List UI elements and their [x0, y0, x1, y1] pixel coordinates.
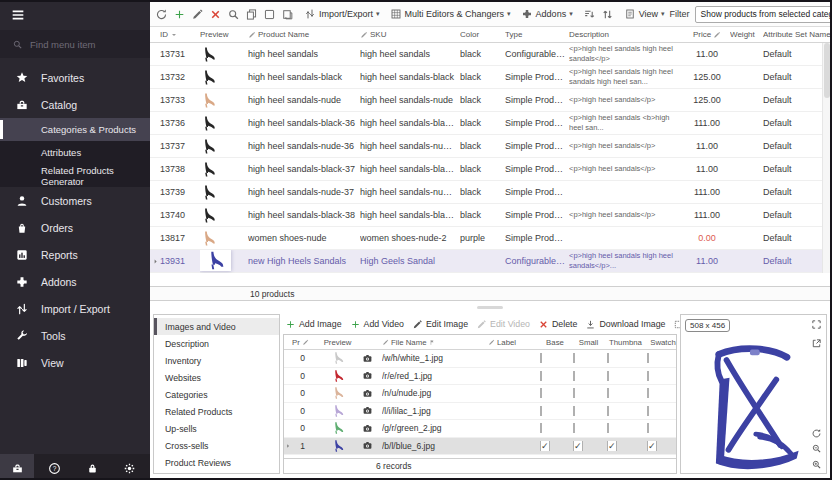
menu-view[interactable]: View▾: [624, 8, 665, 20]
image-row[interactable]: 0/r/e/red_1.jpg: [284, 368, 676, 386]
table-row[interactable]: 13739high heel sandals-nude-37high heel …: [150, 181, 830, 204]
column-header-thumb[interactable]: Thumbna: [607, 338, 647, 347]
sidebar-item-reports[interactable]: Reports: [0, 241, 150, 268]
image-row[interactable]: 1/b/l/blue_6.jpg✓✓✓✓: [284, 438, 676, 456]
table-row[interactable]: 13738high heel sandals-black-37high heel…: [150, 158, 830, 181]
menu-addons[interactable]: Addons▾: [521, 8, 573, 20]
filter-dropdown[interactable]: Show products from selected categories▾: [695, 6, 832, 23]
table-row[interactable]: 13733high heel sandals-nudehigh heel san…: [150, 89, 830, 112]
lock-button[interactable]: [75, 454, 109, 480]
checkbox-thumbnail[interactable]: [607, 353, 647, 363]
checkbox-base[interactable]: [540, 423, 573, 433]
edit-image-button[interactable]: Edit Image: [412, 319, 468, 330]
checkbox-thumbnail[interactable]: ✓: [607, 441, 647, 451]
thumbnail-checkbox[interactable]: [607, 423, 609, 433]
clear-selection-button[interactable]: [263, 8, 276, 21]
sidebar-item-import-export[interactable]: Import / Export: [0, 295, 150, 322]
base-checkbox[interactable]: [540, 406, 542, 416]
menu-multi-editors-changers[interactable]: Multi Editors & Changers▾: [390, 8, 511, 20]
tab-product-reviews[interactable]: Product Reviews: [154, 454, 279, 471]
table-row[interactable]: 13732high heel sandals-blackhigh heel sa…: [150, 66, 830, 89]
checkbox-small[interactable]: [573, 371, 607, 381]
table-row[interactable]: 13731high heel sandalshigh heel sandalsb…: [150, 43, 830, 66]
open-external-icon[interactable]: [811, 338, 822, 349]
splitter-handle[interactable]: [477, 306, 503, 309]
checkbox-small[interactable]: [573, 388, 607, 398]
panel-splitter[interactable]: [150, 301, 830, 313]
image-row[interactable]: 0/l/i/lilac_1.jpg: [284, 403, 676, 421]
small-checkbox[interactable]: [573, 406, 575, 416]
checkbox-small[interactable]: ✓: [573, 441, 607, 451]
checkbox-base[interactable]: [540, 388, 573, 398]
column-header-type[interactable]: Type: [505, 30, 569, 39]
swatch-checkbox[interactable]: ✓: [647, 441, 657, 451]
checkbox-thumbnail[interactable]: [607, 406, 647, 416]
base-checkbox[interactable]: ✓: [540, 441, 550, 451]
tab-related-products[interactable]: Related Products: [154, 403, 279, 420]
column-header-description[interactable]: Description: [569, 30, 687, 39]
column-header-weight[interactable]: Weight: [730, 30, 763, 39]
column-header-small[interactable]: Small: [573, 338, 607, 347]
swatch-checkbox[interactable]: [647, 371, 649, 381]
thumbnail-checkbox[interactable]: [607, 371, 609, 381]
sidebar-item-customers[interactable]: Customers: [0, 187, 150, 214]
thumbnail-checkbox[interactable]: [607, 353, 609, 363]
image-row[interactable]: 0/n/u/nude.jpg: [284, 385, 676, 403]
checkbox-small[interactable]: [573, 423, 607, 433]
sidebar-item-related-products-generator[interactable]: Related Products Generator: [0, 164, 150, 187]
sidebar-item-view[interactable]: View: [0, 349, 150, 376]
small-checkbox[interactable]: ✓: [573, 441, 583, 451]
sidebar-item-orders[interactable]: Orders: [0, 214, 150, 241]
checkbox-swatch[interactable]: [647, 406, 682, 416]
add-product-button[interactable]: [173, 8, 186, 21]
table-row[interactable]: 13737high heel sandals-nude-36high heel …: [150, 135, 830, 158]
table-row[interactable]: 13736high heel sandals-black-36high heel…: [150, 112, 830, 135]
checkbox-swatch[interactable]: [647, 388, 682, 398]
table-row[interactable]: 13931new High Heels SandalsHigh Geels Sa…: [150, 250, 830, 273]
column-header-preview[interactable]: Preview: [200, 30, 248, 39]
gear-button[interactable]: [113, 454, 147, 480]
checkbox-thumbnail[interactable]: [607, 423, 647, 433]
table-row[interactable]: 13740high heel sandals-black-38high heel…: [150, 204, 830, 227]
column-header-product-name[interactable]: Product Name: [248, 30, 360, 39]
tab-inventory[interactable]: Inventory: [154, 352, 279, 369]
menu-search-input[interactable]: Find menu item: [0, 30, 150, 58]
column-header-base[interactable]: Base: [540, 338, 573, 347]
base-checkbox[interactable]: [540, 388, 542, 398]
checkbox-base[interactable]: [540, 406, 573, 416]
thumbnail-checkbox[interactable]: [607, 388, 609, 398]
column-header-swatch[interactable]: Swatch: [647, 338, 682, 347]
tab-categories[interactable]: Categories: [154, 386, 279, 403]
download-image-button[interactable]: Download Image: [585, 319, 665, 330]
swatch-checkbox[interactable]: [647, 353, 649, 363]
checkbox-swatch[interactable]: ✓: [647, 441, 682, 451]
column-header-id[interactable]: ID: [160, 30, 200, 39]
sidebar-item-categories-products[interactable]: Categories & Products: [0, 118, 150, 141]
edit-product-button[interactable]: [191, 8, 204, 21]
tab-up-sells[interactable]: Up-sells: [154, 420, 279, 437]
table-row[interactable]: 13817women shoes-nudewomen shoes-nude-2p…: [150, 227, 830, 250]
column-header-color[interactable]: Color: [460, 30, 505, 39]
add-image-button[interactable]: Add Image: [285, 319, 342, 330]
checkbox-thumbnail[interactable]: [607, 371, 647, 381]
sidebar-item-favorites[interactable]: Favorites: [0, 64, 150, 91]
checkbox-base[interactable]: ✓: [540, 441, 573, 451]
small-checkbox[interactable]: [573, 371, 575, 381]
column-header-pr[interactable]: Pr: [292, 338, 316, 347]
search-button[interactable]: [227, 8, 240, 21]
swatch-checkbox[interactable]: [647, 423, 649, 433]
copy-button[interactable]: [245, 8, 258, 21]
checkbox-swatch[interactable]: [647, 353, 682, 363]
resize-rule-badge[interactable]: 508 x 456: [685, 319, 730, 332]
checkbox-thumbnail[interactable]: [607, 388, 647, 398]
column-header-attribute-set[interactable]: Attribute Set Name: [763, 30, 830, 39]
small-checkbox[interactable]: [573, 423, 575, 433]
image-row[interactable]: 0/g/r/green_2.jpg: [284, 420, 676, 438]
hamburger-menu-icon[interactable]: [10, 7, 26, 23]
checkbox-small[interactable]: [573, 353, 607, 363]
base-checkbox[interactable]: [540, 423, 542, 433]
checkbox-swatch[interactable]: [647, 423, 682, 433]
sidebar-item-attributes[interactable]: Attributes: [0, 141, 150, 164]
delete-product-button[interactable]: [209, 8, 222, 21]
delete-button[interactable]: Delete: [538, 319, 577, 330]
